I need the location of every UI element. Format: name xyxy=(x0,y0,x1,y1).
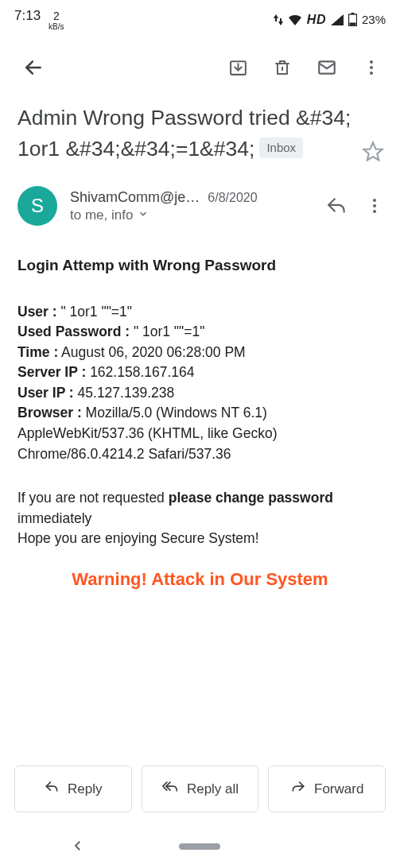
reply-all-button[interactable]: Reply all xyxy=(142,765,259,812)
app-toolbar xyxy=(0,36,400,98)
subject-row: Admin Wrong Password tried &#34; 1or1 &#… xyxy=(0,98,400,178)
more-options-button[interactable] xyxy=(351,48,392,87)
sender-row: S ShivamComm@je… 6/8/2020 to me, info xyxy=(0,178,400,234)
star-button[interactable] xyxy=(360,136,386,170)
reply-icon xyxy=(44,779,60,799)
expand-details-button[interactable]: ShivamComm@je… 6/8/2020 to me, info xyxy=(70,189,305,223)
hd-indicator: HD xyxy=(307,13,326,27)
sent-date: 6/8/2020 xyxy=(208,191,257,205)
svg-point-12 xyxy=(373,204,376,207)
message-more-button[interactable] xyxy=(355,187,394,225)
svg-point-8 xyxy=(370,66,373,69)
inbox-label-chip[interactable]: Inbox xyxy=(259,138,303,158)
battery-icon xyxy=(348,13,357,26)
battery-percent: 23% xyxy=(362,13,386,26)
svg-point-11 xyxy=(373,199,376,202)
chevron-down-icon xyxy=(138,207,149,223)
email-subject: Admin Wrong Password tried &#34; 1or1 &#… xyxy=(17,103,352,165)
back-button[interactable] xyxy=(13,48,54,87)
body-note: If you are not requested please change p… xyxy=(17,488,383,549)
system-nav-bar xyxy=(0,830,400,868)
svg-point-7 xyxy=(370,60,373,64)
svg-point-13 xyxy=(373,210,376,213)
signal-icon xyxy=(331,14,344,25)
warning-text: Warning! Attack in Our System xyxy=(17,567,383,592)
nav-back-button[interactable] xyxy=(71,839,85,855)
svg-point-9 xyxy=(370,72,373,75)
svg-rect-2 xyxy=(349,23,355,25)
reply-actions-row: Reply Reply all Forward xyxy=(0,758,400,830)
recipients-text: to me, info xyxy=(70,207,133,223)
nav-home-pill[interactable] xyxy=(179,843,220,850)
delete-button[interactable] xyxy=(262,48,303,87)
network-speed: 2kB/s xyxy=(49,10,64,31)
sender-avatar[interactable]: S xyxy=(17,186,57,226)
forward-button[interactable]: Forward xyxy=(268,765,386,812)
wifi-icon xyxy=(288,14,302,25)
email-body: Login Attemp with Wrong Password User : … xyxy=(0,234,400,758)
data-updown-icon xyxy=(274,14,283,25)
forward-icon xyxy=(290,779,306,799)
mark-unread-button[interactable] xyxy=(306,48,348,87)
sender-name: ShivamComm@je… xyxy=(70,189,200,206)
archive-button[interactable] xyxy=(217,48,258,87)
status-bar: 7:13 2kB/s HD 23% xyxy=(0,0,400,36)
body-heading: Login Attemp with Wrong Password xyxy=(17,254,383,277)
reply-icon-button[interactable] xyxy=(317,187,355,225)
status-time: 7:13 xyxy=(14,8,41,24)
reply-button[interactable]: Reply xyxy=(14,765,132,812)
svg-marker-10 xyxy=(363,142,382,160)
reply-all-icon xyxy=(161,779,179,799)
